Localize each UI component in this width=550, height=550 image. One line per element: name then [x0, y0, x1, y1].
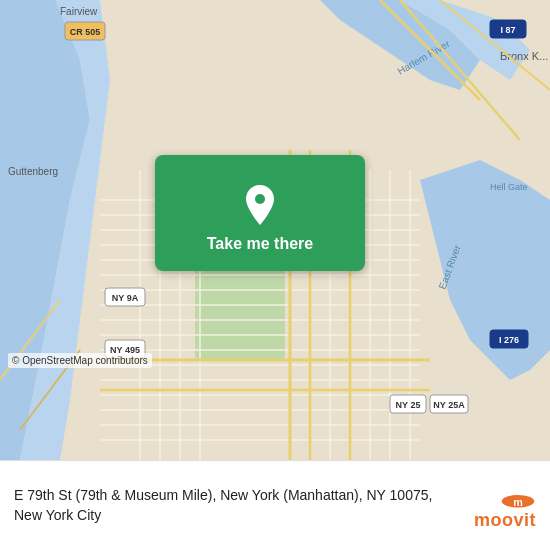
moovit-icon: m: [500, 481, 536, 509]
moovit-text: moovit: [474, 510, 536, 531]
location-pin-icon: [242, 183, 278, 227]
svg-text:Fairview: Fairview: [60, 6, 98, 17]
svg-point-66: [255, 194, 265, 204]
map-container: NY 9A NY 495 NY 25 NY 25A I 276 I 87 CR …: [0, 0, 550, 460]
moovit-logo: m moovit: [474, 481, 536, 531]
bottom-info-bar: E 79th St (79th & Museum Mile), New York…: [0, 460, 550, 550]
map-attribution: © OpenStreetMap contributors: [8, 353, 152, 368]
svg-text:Hell Gate: Hell Gate: [490, 182, 528, 192]
svg-text:CR 505: CR 505: [70, 27, 101, 37]
svg-text:Guttenberg: Guttenberg: [8, 166, 58, 177]
svg-text:NY 9A: NY 9A: [112, 293, 139, 303]
svg-text:I 87: I 87: [500, 25, 515, 35]
svg-text:I 276: I 276: [499, 335, 519, 345]
svg-text:NY 25A: NY 25A: [433, 400, 465, 410]
svg-text:NY 25: NY 25: [396, 400, 421, 410]
location-address: E 79th St (79th & Museum Mile), New York…: [14, 486, 462, 525]
take-me-there-button[interactable]: Take me there: [155, 155, 365, 271]
svg-text:m: m: [513, 495, 523, 507]
